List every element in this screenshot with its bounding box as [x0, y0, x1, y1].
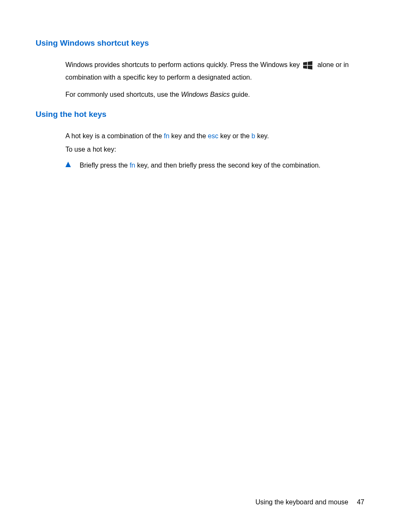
section1-para2: For commonly used shortcuts, use the Win…	[65, 88, 364, 101]
section2-p1-d: key.	[255, 132, 269, 139]
footer-page-number: 47	[357, 498, 364, 506]
section2-p1-a: A hot key is a combination of the	[65, 132, 164, 139]
list-item: Briefly press the fn key, and then brief…	[65, 160, 364, 170]
heading-using-windows-shortcut-keys: Using Windows shortcut keys	[36, 39, 364, 48]
footer-section-title: Using the keyboard and mouse	[255, 498, 348, 506]
section1-body: Windows provides shortcuts to perform ac…	[65, 59, 364, 101]
section1-p1-text-a: Windows provides shortcuts to perform ac…	[65, 61, 301, 68]
key-fn-bullet: fn	[130, 162, 135, 169]
section1-para1: Windows provides shortcuts to perform ac…	[65, 59, 364, 84]
section2-body: A hot key is a combination of the fn key…	[65, 130, 364, 155]
heading-using-the-hot-keys: Using the hot keys	[36, 110, 364, 119]
key-b: b	[252, 132, 255, 139]
page-footer: Using the keyboard and mouse 47	[255, 498, 364, 506]
section2-p1-c: key or the	[218, 132, 252, 139]
section2: Using the hot keys A hot key is a combin…	[36, 110, 364, 170]
windows-key-icon	[303, 60, 313, 70]
key-esc: esc	[208, 132, 218, 139]
key-fn: fn	[164, 132, 169, 139]
list-item-text: Briefly press the fn key, and then brief…	[80, 160, 320, 170]
section1-p2-text-a: For commonly used shortcuts, use the	[65, 91, 181, 98]
section2-p1-b: key and the	[169, 132, 208, 139]
section1-p2-italic: Windows Basics	[181, 91, 230, 98]
triangle-bullet-icon	[65, 160, 72, 167]
section2-para1: A hot key is a combination of the fn key…	[65, 130, 364, 142]
section1-p2-text-b: guide.	[230, 91, 250, 98]
bullet-text-a: Briefly press the	[80, 162, 130, 169]
bullet-text-b: key, and then briefly press the second k…	[135, 162, 321, 169]
section2-list: Briefly press the fn key, and then brief…	[65, 160, 364, 170]
document-page: Using Windows shortcut keys Windows prov…	[0, 0, 400, 532]
section2-para2: To use a hot key:	[65, 143, 364, 156]
